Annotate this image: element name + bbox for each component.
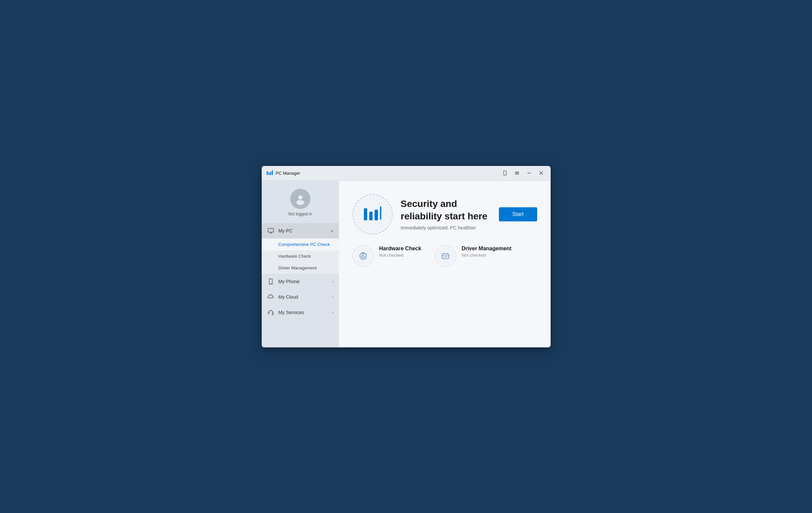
nav-section: My PC ∨ Comprehensive PC Check Hardware … <box>262 223 339 347</box>
svg-point-26 <box>362 255 364 257</box>
svg-rect-7 <box>515 173 519 173</box>
sidebar-item-my-cloud-label: My Cloud <box>279 294 328 300</box>
svg-rect-23 <box>375 210 378 220</box>
sidebar-item-my-pc-label: My PC <box>279 228 326 233</box>
driver-management-icon <box>440 251 451 261</box>
sidebar-item-driver-management[interactable]: Driver Management <box>262 262 339 274</box>
minimize-button[interactable] <box>524 168 534 178</box>
sidebar: Not logged in My PC ∨ <box>262 181 339 347</box>
svg-rect-24 <box>380 206 381 220</box>
close-button[interactable] <box>536 168 547 178</box>
driver-management-title: Driver Management <box>462 245 512 252</box>
hardware-check-info: Hardware Check Not checked <box>379 245 421 258</box>
cloud-icon <box>267 293 274 301</box>
svg-rect-8 <box>515 174 519 175</box>
hardware-check-title: Hardware Check <box>379 245 421 252</box>
hero-logo-icon <box>352 194 393 234</box>
phone-button[interactable] <box>499 168 510 178</box>
app-logo-icon <box>266 169 273 177</box>
svg-rect-2 <box>270 172 271 175</box>
svg-point-13 <box>296 200 304 205</box>
driver-management-icon-wrap <box>435 245 456 267</box>
chevron-right-icon: › <box>332 279 334 284</box>
svg-line-28 <box>365 254 366 255</box>
chevron-down-icon: ∨ <box>330 228 334 233</box>
svg-rect-0 <box>267 171 268 175</box>
svg-rect-1 <box>268 172 269 175</box>
svg-rect-6 <box>515 172 519 172</box>
headset-icon <box>267 309 274 316</box>
chevron-right-icon-services: › <box>332 310 334 315</box>
svg-rect-20 <box>272 312 273 314</box>
menu-button[interactable] <box>512 168 522 178</box>
title-bar-left: PC Manager <box>266 169 499 177</box>
main-layout: Not logged in My PC ∨ <box>262 181 551 347</box>
title-bar-controls <box>499 168 547 178</box>
sidebar-item-my-phone-label: My Phone <box>279 279 328 284</box>
sidebar-item-my-pc[interactable]: My PC ∨ <box>262 223 339 238</box>
hero-subtitle: Immediately optimized, PC healthier <box>401 225 491 230</box>
monitor-icon <box>267 227 274 234</box>
hardware-check-card[interactable]: Hardware Check Not checked <box>352 245 421 267</box>
sidebar-item-my-cloud[interactable]: My Cloud › <box>262 289 339 305</box>
chevron-right-icon-cloud: › <box>332 295 334 299</box>
app-title: PC Manager <box>276 171 300 176</box>
start-button[interactable]: Start <box>499 207 537 221</box>
svg-rect-22 <box>369 212 373 220</box>
cards-section: Hardware Check Not checked <box>352 245 537 267</box>
sidebar-item-my-services-label: My Services <box>279 310 328 315</box>
sidebar-item-my-services[interactable]: My Services › <box>262 305 339 320</box>
hero-text: Security and reliability start here Imme… <box>401 198 491 230</box>
avatar <box>290 189 311 209</box>
hardware-check-icon-wrap <box>352 245 374 267</box>
sidebar-item-comprehensive-pc-check[interactable]: Comprehensive PC Check <box>262 238 339 250</box>
sidebar-item-hardware-check[interactable]: Hardware Check <box>262 250 339 262</box>
hero-title: Security and reliability start here <box>401 198 491 222</box>
title-bar: PC Manager <box>262 166 551 181</box>
svg-point-12 <box>298 195 302 200</box>
hero-section: Security and reliability start here Imme… <box>352 194 537 234</box>
my-pc-subnav: Comprehensive PC Check Hardware Check Dr… <box>262 238 339 274</box>
svg-rect-3 <box>272 170 273 175</box>
user-section: Not logged in <box>262 186 339 223</box>
sidebar-item-my-phone[interactable]: My Phone › <box>262 274 339 289</box>
driver-management-card[interactable]: Driver Management Not checked <box>435 245 512 267</box>
phone-icon <box>267 278 274 285</box>
svg-point-18 <box>270 283 271 284</box>
svg-rect-14 <box>268 228 273 232</box>
content-area: Security and reliability start here Imme… <box>339 181 551 347</box>
driver-management-info: Driver Management Not checked <box>462 245 512 258</box>
svg-rect-19 <box>268 312 269 314</box>
app-window: PC Manager <box>262 166 551 347</box>
hardware-check-status: Not checked <box>379 253 421 258</box>
svg-point-5 <box>504 174 505 175</box>
svg-rect-9 <box>527 173 531 174</box>
hardware-check-icon <box>358 251 369 261</box>
svg-rect-4 <box>503 171 506 175</box>
svg-rect-21 <box>364 208 367 220</box>
user-status-label: Not logged in <box>288 212 312 216</box>
driver-management-status: Not checked <box>462 253 512 258</box>
